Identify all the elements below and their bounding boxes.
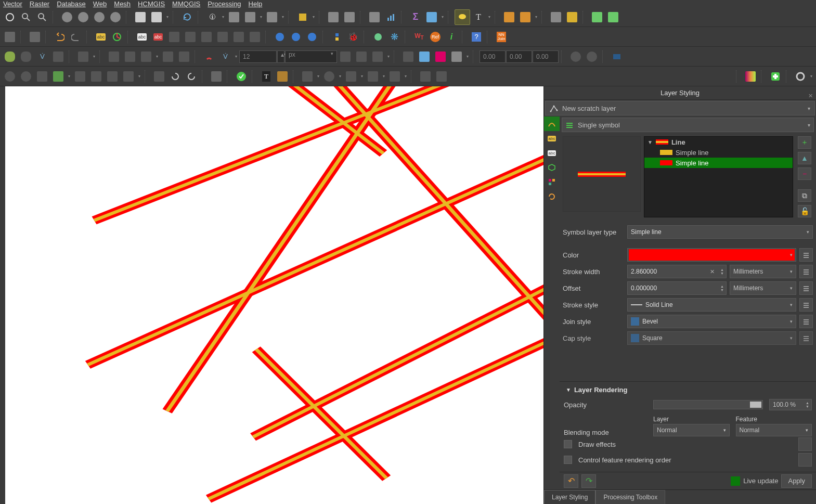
layer-selector[interactable]: New scratch layer ▾ — [545, 101, 815, 115]
r4-icon[interactable] — [121, 69, 136, 84]
r4-icon[interactable] — [50, 69, 66, 84]
r4-icon[interactable] — [418, 69, 433, 84]
diagrams-tab-icon[interactable] — [544, 175, 560, 189]
blend-layer-select[interactable]: Normal▾ — [653, 424, 730, 436]
eraser-icon[interactable] — [433, 49, 448, 64]
dropdown-icon[interactable]: ▾ — [311, 15, 316, 19]
simplify-icon[interactable] — [160, 49, 176, 64]
join-style-select[interactable]: Bevel▾ — [627, 315, 796, 328]
tools-icon[interactable] — [449, 49, 464, 64]
data-defined-button[interactable] — [799, 315, 813, 328]
rotate-icon[interactable] — [138, 49, 154, 64]
paste-icon[interactable] — [27, 29, 43, 45]
refresh-icon[interactable] — [179, 9, 195, 25]
symbology-tab-icon[interactable] — [544, 117, 560, 131]
rect-icon[interactable] — [365, 69, 381, 84]
ruler-icon[interactable] — [424, 9, 439, 25]
table-icon[interactable] — [367, 9, 382, 25]
map-canvas[interactable] — [5, 86, 543, 504]
zoom-last-icon[interactable] — [92, 9, 107, 25]
history-tab-icon[interactable] — [544, 189, 560, 204]
nnjoin-icon[interactable]: NNJoin — [494, 29, 509, 45]
dropdown-icon[interactable]: ▾ — [316, 74, 321, 79]
change-label-icon[interactable] — [231, 29, 247, 45]
stroke-width-unit-select[interactable]: Millimeters▾ — [730, 265, 796, 278]
stroke-width-input[interactable]: 2.860000 ✕ ▲▼ — [627, 265, 727, 278]
spin-icon[interactable]: ▴▾ — [277, 50, 284, 63]
expand-arrow-icon[interactable]: ▼ — [647, 139, 653, 145]
reshape-icon[interactable] — [176, 49, 192, 64]
arc-icon[interactable] — [300, 69, 315, 84]
cap-style-select[interactable]: Square▾ — [627, 331, 796, 345]
pin-label-icon[interactable] — [166, 29, 182, 45]
label-abc-icon[interactable]: abc — [93, 29, 109, 45]
bookmark-show-icon[interactable] — [517, 9, 533, 25]
move-up-button[interactable]: ▲ — [798, 152, 811, 164]
dropdown-icon[interactable]: ▾ — [338, 74, 343, 79]
poly-icon[interactable] — [387, 69, 403, 84]
tab-layer-styling[interactable]: Layer Styling — [544, 490, 595, 504]
label-white-icon[interactable]: abc — [134, 29, 150, 45]
new-project-icon[interactable] — [2, 29, 18, 45]
duplicate-button[interactable]: ⧉ — [798, 189, 811, 202]
dropdown-icon[interactable]: ▾ — [258, 15, 264, 19]
menu-hcmgis[interactable]: HCMGIS — [138, 0, 165, 8]
r4-icon[interactable] — [88, 69, 104, 84]
identify-icon[interactable]: 🛈 — [204, 9, 220, 25]
snap-icon[interactable] — [201, 49, 217, 64]
tree-item-simple-line-0[interactable]: Simple line — [644, 147, 793, 158]
digitize2-icon[interactable] — [18, 49, 34, 64]
tree-item-simple-line-1[interactable]: Simple line — [644, 158, 793, 168]
new-map-icon[interactable] — [133, 9, 148, 25]
data-defined-button[interactable] — [799, 281, 813, 295]
sigma-icon[interactable]: Σ — [408, 9, 423, 25]
menu-database[interactable]: Database — [57, 0, 86, 8]
ellipse-icon[interactable] — [343, 69, 359, 84]
tab-processing-toolbox[interactable]: Processing Toolbox — [595, 490, 665, 504]
shape1-icon[interactable] — [568, 49, 584, 64]
web-add-icon[interactable] — [288, 29, 304, 45]
temp-scratch-icon[interactable] — [548, 9, 564, 25]
menu-processing[interactable]: Processing — [208, 0, 241, 8]
dropdown-icon[interactable]: ▾ — [280, 15, 286, 19]
style-undo-button[interactable]: ↶ — [564, 474, 578, 488]
deselect-icon[interactable] — [264, 9, 280, 25]
dropdown-icon[interactable]: ▾ — [165, 15, 170, 19]
dropdown-icon[interactable]: ▾ — [487, 15, 492, 19]
map-tips-icon[interactable] — [455, 9, 470, 25]
dropdown-icon[interactable]: ▾ — [440, 15, 445, 19]
dropdown-icon[interactable]: ▾ — [809, 74, 814, 79]
panel-close-icon[interactable]: ✕ — [808, 89, 813, 102]
data-defined-button[interactable] — [799, 331, 813, 345]
zoom-selection-icon[interactable] — [59, 9, 75, 25]
redo-icon[interactable] — [68, 29, 84, 45]
undo-icon[interactable] — [52, 29, 68, 45]
menu-vector[interactable]: Vector — [3, 0, 22, 8]
help-icon[interactable]: ? — [469, 29, 484, 45]
r4-icon[interactable] — [105, 69, 120, 84]
vertex-tool-icon[interactable]: V̇ — [34, 49, 50, 64]
menu-mesh[interactable]: Mesh — [114, 0, 131, 8]
plugin1-icon[interactable] — [370, 29, 386, 45]
apply-button[interactable]: Apply — [781, 474, 812, 488]
label-red-icon[interactable]: abc — [150, 29, 166, 45]
dropdown-icon[interactable]: ▾ — [92, 54, 97, 59]
data-defined-button[interactable] — [799, 298, 813, 312]
dropdown-icon[interactable]: ▾ — [381, 74, 386, 79]
digitize-icon[interactable] — [2, 49, 18, 64]
screenshot-icon[interactable] — [609, 49, 625, 64]
dropdown-icon[interactable]: ▾ — [154, 54, 160, 59]
lock-button[interactable]: 🔓 — [798, 205, 811, 217]
web-refresh-icon[interactable] — [304, 29, 320, 45]
r4-icon[interactable] — [72, 69, 88, 84]
snap-distance-input[interactable] — [239, 50, 277, 63]
offset-input[interactable]: 0.000000 ▲▼ — [627, 281, 727, 295]
select-icon[interactable] — [226, 9, 242, 25]
text-t-icon[interactable]: T — [258, 69, 274, 84]
menu-web[interactable]: Web — [93, 0, 107, 8]
opacity-value-input[interactable]: 100.0 %▲▼ — [769, 399, 812, 410]
stats-icon[interactable] — [383, 9, 398, 25]
dropdown-icon[interactable]: ▾ — [359, 74, 365, 79]
circle-tool-icon[interactable] — [793, 69, 808, 84]
measure-icon[interactable] — [295, 9, 310, 25]
